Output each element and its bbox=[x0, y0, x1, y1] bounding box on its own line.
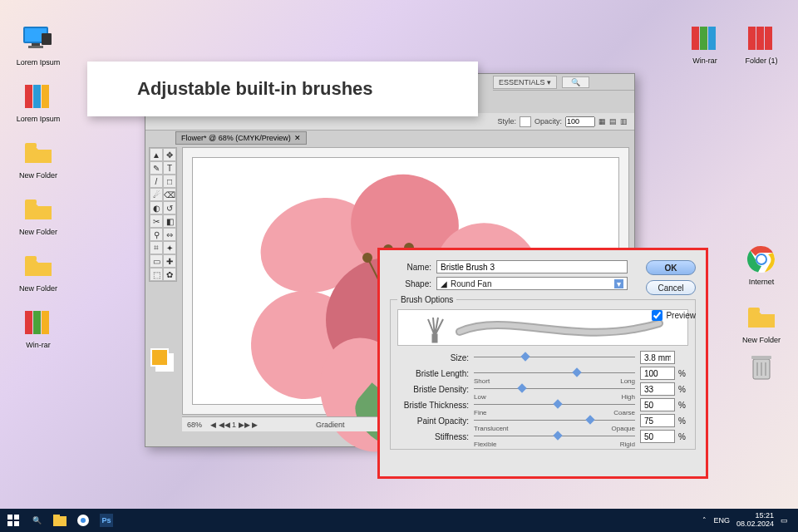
slider-value-input[interactable] bbox=[640, 398, 675, 411]
slider-thumb[interactable] bbox=[518, 383, 527, 392]
panel-icon[interactable]: ▥ bbox=[620, 117, 628, 126]
slider-unit: % bbox=[675, 432, 688, 441]
desktop-icon-winrar[interactable]: Win-rar bbox=[13, 306, 63, 349]
tool-button[interactable]: ⌫ bbox=[163, 188, 176, 201]
svg-rect-8 bbox=[25, 143, 37, 148]
tool-button[interactable]: ✦ bbox=[163, 241, 176, 254]
tool-button[interactable]: ✚ bbox=[163, 254, 176, 268]
desktop-icon-trash[interactable] bbox=[736, 351, 786, 384]
workspace-switcher[interactable]: ESSENTIALS ▾ bbox=[493, 76, 557, 89]
zoom-level[interactable]: 68% bbox=[187, 421, 202, 429]
preview-checkbox-input[interactable] bbox=[652, 310, 663, 321]
tool-button[interactable]: ↺ bbox=[163, 201, 176, 214]
slider-track[interactable]: ShortLong bbox=[474, 367, 635, 379]
desktop-icon-folder[interactable]: New Folder bbox=[13, 193, 63, 236]
style-swatch[interactable] bbox=[520, 116, 531, 127]
slider-row: Size: bbox=[397, 351, 688, 364]
start-button[interactable] bbox=[3, 510, 23, 530]
tray-notifications-icon[interactable]: ▭ bbox=[781, 516, 788, 525]
tray-lang[interactable]: ENG bbox=[713, 516, 730, 525]
tool-button[interactable]: ⬚ bbox=[150, 268, 163, 281]
svg-rect-2 bbox=[32, 43, 40, 46]
desktop-icon-internet[interactable]: Internet bbox=[736, 243, 786, 286]
tool-button[interactable]: □ bbox=[163, 175, 176, 188]
taskbar-photoshop[interactable]: Ps bbox=[96, 510, 116, 530]
slider-track[interactable]: FlexibleRigid bbox=[474, 431, 635, 442]
svg-rect-45 bbox=[14, 521, 19, 526]
slider-max: Rigid bbox=[620, 441, 635, 448]
cancel-button[interactable]: Cancel bbox=[646, 280, 696, 295]
chrome-icon bbox=[745, 243, 778, 276]
svg-point-49 bbox=[81, 518, 86, 523]
slider-unit: % bbox=[675, 369, 688, 378]
slider-value-input[interactable] bbox=[640, 414, 675, 427]
slider-value-input[interactable] bbox=[640, 351, 675, 364]
opacity-label: Opacity: bbox=[534, 117, 562, 126]
tool-button[interactable]: ✂ bbox=[150, 214, 163, 228]
shape-label: Shape: bbox=[390, 279, 436, 288]
slider-track[interactable]: LowHigh bbox=[474, 383, 635, 395]
slider-row: Bristle Density:LowHigh% bbox=[397, 382, 688, 396]
slider-track[interactable]: FineCoarse bbox=[474, 399, 635, 411]
slider-label: Paint Opacity: bbox=[397, 416, 474, 426]
slider-thumb[interactable] bbox=[553, 431, 562, 440]
desktop-icon-folder[interactable]: New Folder bbox=[13, 136, 63, 180]
taskbar-search[interactable]: 🔍 bbox=[27, 510, 47, 530]
taskbar-explorer[interactable] bbox=[50, 510, 70, 530]
tool-button[interactable]: ▲ bbox=[150, 148, 163, 161]
slider-min: Flexible bbox=[474, 441, 497, 448]
desktop-icon-folder1[interactable]: Folder (1) bbox=[736, 22, 786, 65]
tool-button[interactable]: ☄ bbox=[150, 188, 163, 201]
slider-track[interactable]: TranslucentOpaque bbox=[474, 415, 635, 426]
panel-icon[interactable]: ▤ bbox=[609, 117, 617, 126]
tool-button[interactable]: ⇔ bbox=[163, 228, 176, 241]
taskbar-chrome[interactable] bbox=[73, 510, 93, 530]
svg-rect-9 bbox=[25, 200, 37, 204]
preview-checkbox[interactable]: Preview bbox=[652, 310, 696, 321]
svg-point-30 bbox=[363, 254, 372, 262]
desktop-icon-binders[interactable]: Lorem Ipsum bbox=[13, 80, 63, 123]
tool-button[interactable]: T bbox=[163, 161, 176, 175]
desktop-icon-folder[interactable]: New Folder bbox=[736, 301, 786, 344]
slider-value-input[interactable] bbox=[640, 430, 675, 443]
tool-button[interactable]: ◐ bbox=[150, 201, 163, 214]
slider-thumb[interactable] bbox=[521, 352, 530, 361]
brush-name-input[interactable] bbox=[436, 260, 628, 273]
tool-button[interactable]: ◧ bbox=[163, 214, 176, 228]
tool-button[interactable]: ✥ bbox=[163, 148, 176, 161]
tool-button[interactable]: ▭ bbox=[150, 254, 163, 268]
svg-rect-23 bbox=[748, 308, 760, 313]
desktop-icon-computer[interactable]: Lorem Ipsum bbox=[13, 23, 63, 66]
slider-thumb[interactable] bbox=[573, 367, 582, 377]
slider-track[interactable] bbox=[474, 352, 635, 363]
binders-icon bbox=[688, 22, 722, 55]
page-nav[interactable]: ◀ ◀◀ 1 ▶▶ ▶ bbox=[210, 421, 258, 429]
slider-value-input[interactable] bbox=[640, 367, 675, 380]
tool-button[interactable]: ⌗ bbox=[150, 241, 163, 254]
slider-value-input[interactable] bbox=[640, 382, 675, 396]
slider-label: Stiffness: bbox=[397, 432, 474, 441]
panel-icon[interactable]: ▦ bbox=[598, 117, 606, 126]
desktop-icon-label: Win-rar bbox=[680, 57, 730, 65]
brush-shape-select[interactable]: ◢Round Fan ▾ bbox=[436, 277, 628, 290]
close-icon[interactable]: ✕ bbox=[294, 134, 301, 142]
slider-thumb[interactable] bbox=[585, 415, 594, 424]
foreground-swatch[interactable] bbox=[150, 348, 169, 367]
document-tab[interactable]: Flower* @ 68% (CMYK/Preview) ✕ bbox=[175, 131, 307, 145]
workspace-bar: ESSENTIALS ▾ 🔍 bbox=[493, 74, 634, 91]
tray-chevron-icon[interactable]: ˄ bbox=[702, 516, 707, 525]
tray-clock[interactable]: 15:21 08.02.2024 bbox=[736, 512, 774, 529]
tool-button[interactable]: ✿ bbox=[163, 268, 176, 281]
search-icon[interactable]: 🔍 bbox=[562, 76, 589, 88]
tool-button[interactable]: ⚲ bbox=[150, 228, 163, 241]
slider-thumb[interactable] bbox=[553, 399, 562, 408]
svg-rect-46 bbox=[53, 516, 66, 526]
desktop-icon-folder[interactable]: New Folder bbox=[13, 249, 63, 293]
opacity-input[interactable] bbox=[565, 116, 595, 127]
desktop-icon-winrar[interactable]: Win-rar bbox=[680, 22, 730, 65]
ok-button[interactable]: OK bbox=[646, 260, 696, 275]
tool-button[interactable]: / bbox=[150, 175, 163, 188]
tool-button[interactable]: ✎ bbox=[150, 161, 163, 175]
svg-rect-16 bbox=[708, 27, 716, 50]
document-tabs: Flower* @ 68% (CMYK/Preview) ✕ bbox=[175, 131, 307, 145]
